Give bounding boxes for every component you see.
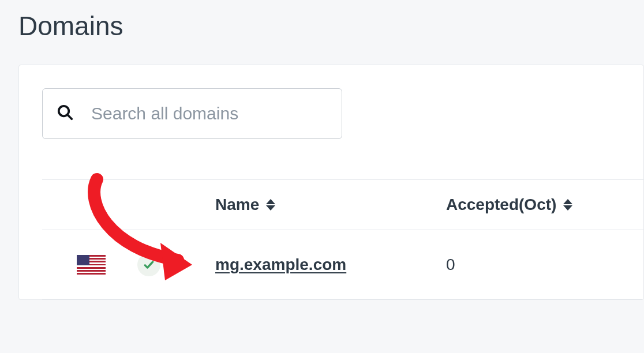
column-header-name-label: Name xyxy=(215,196,259,214)
accepted-value: 0 xyxy=(446,256,455,273)
svg-line-1 xyxy=(68,115,72,119)
table-header-row: Name Accepted(Oct) xyxy=(42,179,643,230)
search-box[interactable] xyxy=(42,88,342,139)
search-input[interactable] xyxy=(90,103,328,124)
table-row: mg.example.com 0 xyxy=(42,230,643,299)
column-header-accepted-label: Accepted(Oct) xyxy=(446,196,556,214)
column-header-name[interactable]: Name xyxy=(215,196,446,214)
sort-icon xyxy=(266,199,275,211)
domains-card: Name Accepted(Oct) xyxy=(18,65,644,300)
check-icon xyxy=(143,259,155,271)
search-icon xyxy=(57,104,74,123)
status-badge xyxy=(137,253,160,276)
column-header-accepted[interactable]: Accepted(Oct) xyxy=(446,196,642,214)
page-title: Domains xyxy=(18,10,644,42)
flag-us-icon xyxy=(77,255,106,275)
domain-link[interactable]: mg.example.com xyxy=(215,256,346,273)
domains-table: Name Accepted(Oct) xyxy=(42,179,643,299)
sort-icon xyxy=(563,199,572,211)
